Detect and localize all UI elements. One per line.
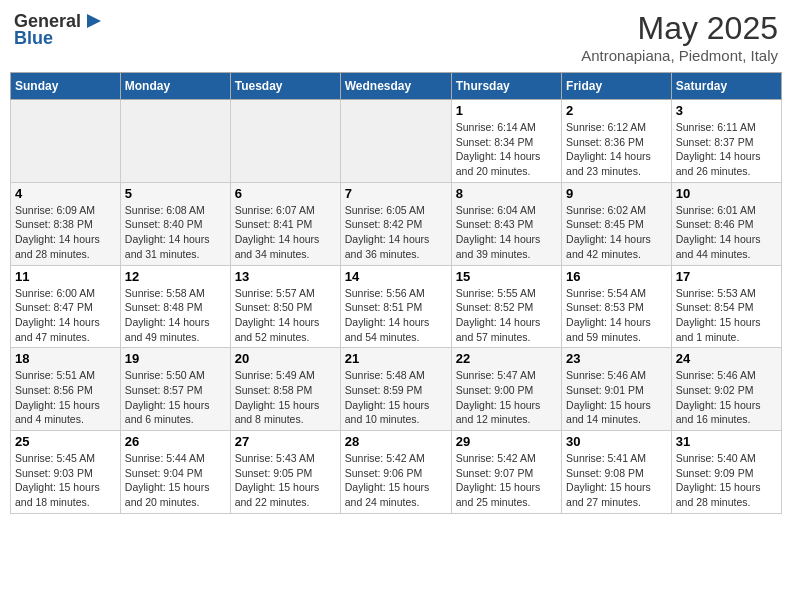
calendar-cell: 2Sunrise: 6:12 AMSunset: 8:36 PMDaylight… — [562, 100, 672, 183]
day-number: 2 — [566, 103, 667, 118]
day-info: Sunrise: 5:58 AMSunset: 8:48 PMDaylight:… — [125, 286, 226, 345]
calendar-cell: 19Sunrise: 5:50 AMSunset: 8:57 PMDayligh… — [120, 348, 230, 431]
logo: General Blue — [14, 10, 105, 49]
calendar-cell: 17Sunrise: 5:53 AMSunset: 8:54 PMDayligh… — [671, 265, 781, 348]
calendar-cell: 16Sunrise: 5:54 AMSunset: 8:53 PMDayligh… — [562, 265, 672, 348]
calendar-cell: 29Sunrise: 5:42 AMSunset: 9:07 PMDayligh… — [451, 431, 561, 514]
day-number: 21 — [345, 351, 447, 366]
main-title: May 2025 — [581, 10, 778, 47]
day-number: 17 — [676, 269, 777, 284]
weekday-thursday: Thursday — [451, 73, 561, 100]
subtitle: Antronapiana, Piedmont, Italy — [581, 47, 778, 64]
calendar-cell — [120, 100, 230, 183]
day-number: 18 — [15, 351, 116, 366]
day-number: 3 — [676, 103, 777, 118]
day-number: 9 — [566, 186, 667, 201]
calendar-cell: 15Sunrise: 5:55 AMSunset: 8:52 PMDayligh… — [451, 265, 561, 348]
day-info: Sunrise: 5:45 AMSunset: 9:03 PMDaylight:… — [15, 451, 116, 510]
calendar-cell: 6Sunrise: 6:07 AMSunset: 8:41 PMDaylight… — [230, 182, 340, 265]
calendar-cell — [230, 100, 340, 183]
weekday-wednesday: Wednesday — [340, 73, 451, 100]
day-number: 14 — [345, 269, 447, 284]
weekday-header-row: SundayMondayTuesdayWednesdayThursdayFrid… — [11, 73, 782, 100]
day-info: Sunrise: 6:04 AMSunset: 8:43 PMDaylight:… — [456, 203, 557, 262]
day-number: 5 — [125, 186, 226, 201]
day-number: 10 — [676, 186, 777, 201]
calendar-cell: 27Sunrise: 5:43 AMSunset: 9:05 PMDayligh… — [230, 431, 340, 514]
day-number: 13 — [235, 269, 336, 284]
calendar-cell: 4Sunrise: 6:09 AMSunset: 8:38 PMDaylight… — [11, 182, 121, 265]
day-info: Sunrise: 5:56 AMSunset: 8:51 PMDaylight:… — [345, 286, 447, 345]
calendar-week-2: 11Sunrise: 6:00 AMSunset: 8:47 PMDayligh… — [11, 265, 782, 348]
day-number: 28 — [345, 434, 447, 449]
calendar-cell — [340, 100, 451, 183]
calendar-cell: 25Sunrise: 5:45 AMSunset: 9:03 PMDayligh… — [11, 431, 121, 514]
day-info: Sunrise: 5:54 AMSunset: 8:53 PMDaylight:… — [566, 286, 667, 345]
calendar-cell: 3Sunrise: 6:11 AMSunset: 8:37 PMDaylight… — [671, 100, 781, 183]
day-info: Sunrise: 6:14 AMSunset: 8:34 PMDaylight:… — [456, 120, 557, 179]
day-number: 7 — [345, 186, 447, 201]
calendar-cell: 18Sunrise: 5:51 AMSunset: 8:56 PMDayligh… — [11, 348, 121, 431]
calendar-cell: 10Sunrise: 6:01 AMSunset: 8:46 PMDayligh… — [671, 182, 781, 265]
calendar-cell: 8Sunrise: 6:04 AMSunset: 8:43 PMDaylight… — [451, 182, 561, 265]
day-info: Sunrise: 5:43 AMSunset: 9:05 PMDaylight:… — [235, 451, 336, 510]
day-info: Sunrise: 6:09 AMSunset: 8:38 PMDaylight:… — [15, 203, 116, 262]
calendar-cell: 5Sunrise: 6:08 AMSunset: 8:40 PMDaylight… — [120, 182, 230, 265]
calendar-cell: 12Sunrise: 5:58 AMSunset: 8:48 PMDayligh… — [120, 265, 230, 348]
day-info: Sunrise: 5:48 AMSunset: 8:59 PMDaylight:… — [345, 368, 447, 427]
day-number: 11 — [15, 269, 116, 284]
day-number: 20 — [235, 351, 336, 366]
calendar-cell: 30Sunrise: 5:41 AMSunset: 9:08 PMDayligh… — [562, 431, 672, 514]
weekday-saturday: Saturday — [671, 73, 781, 100]
calendar-week-0: 1Sunrise: 6:14 AMSunset: 8:34 PMDaylight… — [11, 100, 782, 183]
day-number: 22 — [456, 351, 557, 366]
day-info: Sunrise: 5:49 AMSunset: 8:58 PMDaylight:… — [235, 368, 336, 427]
calendar-cell: 21Sunrise: 5:48 AMSunset: 8:59 PMDayligh… — [340, 348, 451, 431]
day-info: Sunrise: 5:50 AMSunset: 8:57 PMDaylight:… — [125, 368, 226, 427]
calendar-body: 1Sunrise: 6:14 AMSunset: 8:34 PMDaylight… — [11, 100, 782, 514]
weekday-monday: Monday — [120, 73, 230, 100]
day-number: 6 — [235, 186, 336, 201]
calendar-cell: 22Sunrise: 5:47 AMSunset: 9:00 PMDayligh… — [451, 348, 561, 431]
day-number: 26 — [125, 434, 226, 449]
calendar-cell: 20Sunrise: 5:49 AMSunset: 8:58 PMDayligh… — [230, 348, 340, 431]
day-info: Sunrise: 5:42 AMSunset: 9:07 PMDaylight:… — [456, 451, 557, 510]
day-number: 16 — [566, 269, 667, 284]
day-number: 27 — [235, 434, 336, 449]
day-info: Sunrise: 5:44 AMSunset: 9:04 PMDaylight:… — [125, 451, 226, 510]
day-info: Sunrise: 6:08 AMSunset: 8:40 PMDaylight:… — [125, 203, 226, 262]
day-info: Sunrise: 5:53 AMSunset: 8:54 PMDaylight:… — [676, 286, 777, 345]
calendar-week-3: 18Sunrise: 5:51 AMSunset: 8:56 PMDayligh… — [11, 348, 782, 431]
day-number: 19 — [125, 351, 226, 366]
calendar-cell: 9Sunrise: 6:02 AMSunset: 8:45 PMDaylight… — [562, 182, 672, 265]
calendar-cell: 23Sunrise: 5:46 AMSunset: 9:01 PMDayligh… — [562, 348, 672, 431]
day-info: Sunrise: 5:40 AMSunset: 9:09 PMDaylight:… — [676, 451, 777, 510]
day-info: Sunrise: 6:05 AMSunset: 8:42 PMDaylight:… — [345, 203, 447, 262]
calendar-cell: 24Sunrise: 5:46 AMSunset: 9:02 PMDayligh… — [671, 348, 781, 431]
calendar-table: SundayMondayTuesdayWednesdayThursdayFrid… — [10, 72, 782, 514]
weekday-friday: Friday — [562, 73, 672, 100]
svg-marker-0 — [87, 14, 101, 28]
day-info: Sunrise: 5:47 AMSunset: 9:00 PMDaylight:… — [456, 368, 557, 427]
weekday-tuesday: Tuesday — [230, 73, 340, 100]
day-info: Sunrise: 6:00 AMSunset: 8:47 PMDaylight:… — [15, 286, 116, 345]
day-number: 8 — [456, 186, 557, 201]
calendar-cell: 1Sunrise: 6:14 AMSunset: 8:34 PMDaylight… — [451, 100, 561, 183]
calendar-cell: 26Sunrise: 5:44 AMSunset: 9:04 PMDayligh… — [120, 431, 230, 514]
day-number: 12 — [125, 269, 226, 284]
calendar-cell: 28Sunrise: 5:42 AMSunset: 9:06 PMDayligh… — [340, 431, 451, 514]
day-info: Sunrise: 6:07 AMSunset: 8:41 PMDaylight:… — [235, 203, 336, 262]
day-number: 29 — [456, 434, 557, 449]
day-number: 30 — [566, 434, 667, 449]
day-info: Sunrise: 5:46 AMSunset: 9:01 PMDaylight:… — [566, 368, 667, 427]
logo-arrow-icon — [83, 10, 105, 32]
calendar-cell — [11, 100, 121, 183]
day-info: Sunrise: 5:41 AMSunset: 9:08 PMDaylight:… — [566, 451, 667, 510]
calendar-week-1: 4Sunrise: 6:09 AMSunset: 8:38 PMDaylight… — [11, 182, 782, 265]
weekday-sunday: Sunday — [11, 73, 121, 100]
day-info: Sunrise: 5:55 AMSunset: 8:52 PMDaylight:… — [456, 286, 557, 345]
page-header: General Blue May 2025 Antronapiana, Pied… — [10, 10, 782, 64]
day-number: 15 — [456, 269, 557, 284]
day-number: 25 — [15, 434, 116, 449]
day-number: 24 — [676, 351, 777, 366]
